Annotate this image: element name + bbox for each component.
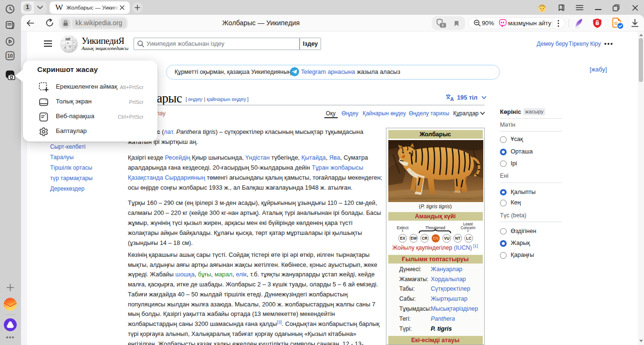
svg-text:VU: VU [444, 236, 450, 241]
svg-text:EN: EN [433, 236, 439, 241]
svg-text:Extinct: Extinct [397, 226, 409, 230]
svg-text:10: 10 [7, 53, 13, 59]
svg-text:EX: EX [400, 236, 405, 241]
svg-text:EW: EW [410, 236, 417, 241]
svg-text:Concern: Concern [461, 226, 476, 230]
svg-text:NT: NT [455, 236, 460, 241]
svg-text:LC: LC [466, 236, 471, 241]
svg-text:CR: CR [422, 236, 427, 241]
